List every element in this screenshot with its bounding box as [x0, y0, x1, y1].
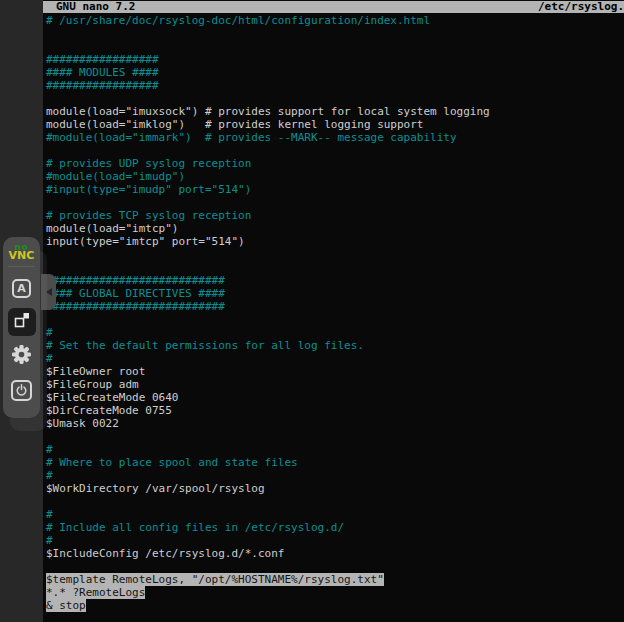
- terminal-line: # provides TCP syslog reception: [46, 209, 624, 222]
- terminal-line: #: [46, 352, 624, 365]
- terminal-line: #### MODULES ####: [46, 66, 624, 79]
- terminal-line: #input(type="imudp" port="514"): [46, 183, 624, 196]
- terminal-line: [46, 313, 624, 326]
- terminal-line: #module(load="imudp"): [46, 170, 624, 183]
- terminal-line: ###########################: [46, 274, 624, 287]
- terminal-line: $FileOwner root: [46, 365, 624, 378]
- terminal-line: $Umask 0022: [46, 417, 624, 430]
- novnc-viewport: GNU nano 7.2 /etc/rsyslog. # /usr/share/…: [0, 0, 624, 622]
- terminal-line: [46, 560, 624, 573]
- terminal-line: #: [46, 534, 624, 547]
- terminal-line: [46, 144, 624, 157]
- terminal-line: #: [46, 443, 624, 456]
- terminal-line: # provides UDP syslog reception: [46, 157, 624, 170]
- terminal-line: & stop: [46, 599, 624, 612]
- terminal-line: $IncludeConfig /etc/rsyslog.d/*.conf: [46, 547, 624, 560]
- chevron-left-icon: [46, 288, 52, 296]
- terminal-line: $FileCreateMode 0640: [46, 391, 624, 404]
- gear-icon: [11, 344, 32, 369]
- terminal-line: [46, 495, 624, 508]
- nano-file-name: /etc/rsyslog.: [538, 1, 624, 13]
- terminal-line: [46, 27, 624, 40]
- terminal-line: #: [46, 508, 624, 521]
- terminal-line: [46, 40, 624, 53]
- fullscreen-button[interactable]: [8, 308, 36, 336]
- terminal-line: #################: [46, 79, 624, 92]
- novnc-control-bar: no VNC A: [3, 237, 40, 418]
- terminal-line: [46, 92, 624, 105]
- terminal-line: ###########################: [46, 300, 624, 313]
- control-bar-handle[interactable]: [41, 274, 56, 310]
- terminal-line: # Set the default permissions for all lo…: [46, 339, 624, 352]
- novnc-logo: no VNC: [3, 237, 40, 261]
- terminal-line: *.* ?RemoteLogs: [46, 586, 624, 599]
- terminal-line: module(load="imuxsock") # provides suppo…: [46, 105, 624, 118]
- terminal-line: #################: [46, 53, 624, 66]
- terminal-line: # Where to place spool and state files: [46, 456, 624, 469]
- terminal-line: [46, 261, 624, 274]
- terminal-line: $DirCreateMode 0755: [46, 404, 624, 417]
- terminal-line: input(type="imtcp" port="514"): [46, 235, 624, 248]
- nano-app-title: GNU nano 7.2: [56, 1, 135, 13]
- terminal-line: module(load="imtcp"): [46, 222, 624, 235]
- terminal-line: [46, 196, 624, 209]
- terminal-line: $FileGroup adm: [46, 378, 624, 391]
- nano-edit-buffer[interactable]: # /usr/share/doc/rsyslog-doc/html/config…: [46, 14, 624, 622]
- terminal-line: $WorkDirectory /var/spool/rsyslog: [46, 482, 624, 495]
- nano-titlebar: GNU nano 7.2 /etc/rsyslog.: [43, 1, 624, 13]
- terminal-line: # Include all config files in /etc/rsysl…: [46, 521, 624, 534]
- keyboard-key-icon: A: [12, 279, 31, 298]
- fullscreen-icon: [14, 312, 30, 332]
- keyboard-extra-keys-button[interactable]: A: [8, 274, 36, 302]
- terminal-screen[interactable]: GNU nano 7.2 /etc/rsyslog. # /usr/share/…: [43, 0, 624, 622]
- terminal-line: #: [46, 469, 624, 482]
- terminal-line: [46, 430, 624, 443]
- terminal-line: # /usr/share/doc/rsyslog-doc/html/config…: [46, 14, 624, 27]
- terminal-line: module(load="imklog") # provides kernel …: [46, 118, 624, 131]
- terminal-line: #### GLOBAL DIRECTIVES ####: [46, 287, 624, 300]
- power-icon: [11, 380, 32, 401]
- terminal-line: #module(load="immark") # provides --MARK…: [46, 131, 624, 144]
- terminal-line: [46, 248, 624, 261]
- panel-divider: [8, 266, 35, 267]
- novnc-logo-bottom: VNC: [3, 251, 40, 261]
- settings-button[interactable]: [8, 342, 36, 370]
- terminal-line: $template RemoteLogs, "/opt/%HOSTNAME%/r…: [46, 573, 624, 586]
- power-button[interactable]: [8, 376, 36, 404]
- terminal-line: #: [46, 326, 624, 339]
